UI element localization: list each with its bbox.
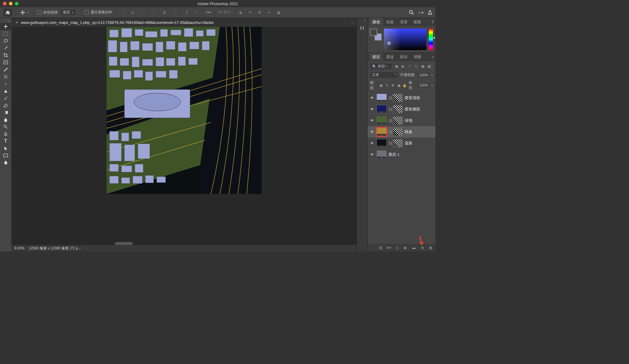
clone-stamp-tool[interactable]	[0, 87, 11, 95]
rectangular-marquee-tool[interactable]	[0, 30, 11, 37]
auto-select-target-dropdown[interactable]: 图层 ▾	[60, 9, 76, 16]
foreground-background-swatch[interactable]	[370, 29, 382, 41]
layer-name[interactable]: 绿地	[405, 118, 412, 123]
hue-slider-handle[interactable]: ◀	[433, 36, 435, 39]
tab-patterns[interactable]: 图案	[411, 18, 424, 26]
tab-swatches[interactable]: 色板	[383, 18, 397, 26]
workspace-button[interactable]: ▭▾	[418, 10, 423, 15]
blur-tool[interactable]	[0, 116, 11, 123]
visibility-toggle[interactable]: 👁	[369, 118, 375, 123]
lock-position-button[interactable]: ✥	[391, 83, 395, 88]
lock-paint-button[interactable]: ✎	[385, 83, 389, 88]
eyedropper-tool[interactable]	[0, 66, 11, 73]
layer-mask-thumbnail[interactable]	[393, 94, 403, 102]
hue-slider[interactable]	[429, 29, 433, 50]
link-mask-icon[interactable]: ⛓	[388, 141, 391, 146]
move-tool-indicator[interactable]: ▾	[19, 10, 30, 15]
hand-tool[interactable]	[0, 159, 11, 166]
layer-fx-button[interactable]: fx▾	[386, 245, 391, 250]
layer-row[interactable]: 👁 图层 1	[368, 149, 435, 160]
opacity-input[interactable]: 100%	[417, 73, 430, 78]
layer-name[interactable]: 道路	[405, 141, 412, 146]
align-top-button[interactable]: ⎺	[120, 9, 126, 16]
eraser-tool[interactable]	[0, 102, 11, 109]
lock-transparent-button[interactable]: ▩	[379, 83, 383, 88]
status-chevron-icon[interactable]: 〉	[85, 246, 89, 251]
layer-name[interactable]: 建筑顶面	[405, 95, 420, 101]
crop-tool[interactable]	[0, 52, 11, 59]
layer-thumbnail[interactable]	[377, 105, 387, 113]
rectangle-shape-tool[interactable]	[0, 152, 11, 159]
collapse-panels-button[interactable]: »	[432, 19, 434, 22]
magic-wand-tool[interactable]	[0, 44, 11, 52]
layer-row[interactable]: 👁 ⛓ 建筑侧面	[368, 104, 435, 115]
new-adjustment-button[interactable]: ◐	[403, 245, 408, 250]
maximize-window-button[interactable]	[15, 2, 18, 5]
layer-filter-dropdown[interactable]: 🔍 类型 ▾	[370, 63, 392, 70]
search-button[interactable]	[409, 10, 414, 15]
path-selection-tool[interactable]	[0, 145, 11, 152]
layer-name[interactable]: 图层 1	[388, 152, 400, 157]
dodge-tool[interactable]	[0, 123, 11, 130]
tab-gradients[interactable]: 渐变	[397, 18, 411, 26]
visibility-toggle[interactable]: 👁	[369, 141, 375, 145]
layer-row[interactable]: 👁 ⛓ 道路	[368, 138, 435, 149]
delete-layer-button[interactable]: 🗑	[428, 245, 433, 250]
new-layer-button[interactable]: ⊞	[420, 245, 425, 250]
layer-name[interactable]: 建筑侧面	[405, 107, 420, 112]
lock-artboard-button[interactable]: ▣	[397, 83, 401, 88]
layer-row[interactable]: 👁 ⛓ 绿地	[368, 115, 435, 126]
layer-name[interactable]: 线条	[405, 129, 412, 135]
zoom-icon[interactable]: ▣	[275, 9, 282, 16]
document-info[interactable]: 12000 像素 x 12000 像素 (72 p...	[29, 246, 81, 251]
layer-mask-thumbnail[interactable]	[393, 116, 403, 125]
visibility-toggle[interactable]: 👁	[369, 130, 375, 134]
filter-type-icon[interactable]: T	[407, 64, 412, 69]
tab-color[interactable]: 颜色	[369, 18, 383, 26]
document-tab-name[interactable]: www.guihuayun.com_maps_map_1.php_xy=113.…	[21, 20, 213, 25]
filter-shape-icon[interactable]: ▢	[414, 64, 419, 69]
fill-input[interactable]: 100%	[417, 83, 430, 88]
visibility-toggle[interactable]: 👁	[369, 152, 375, 157]
roll-icon[interactable]: ⟳	[247, 9, 253, 16]
gradient-tool[interactable]	[0, 109, 11, 116]
panel-menu-button[interactable]: ≡	[431, 55, 434, 59]
align-right-button[interactable]: ⎹	[171, 9, 177, 16]
zoom-level[interactable]: 8.83%	[14, 246, 24, 250]
minimize-window-button[interactable]	[9, 2, 13, 5]
layer-thumbnail[interactable]	[377, 116, 387, 125]
home-button[interactable]	[3, 8, 13, 17]
canvas[interactable]	[11, 27, 357, 245]
link-mask-icon[interactable]: ⛓	[388, 107, 391, 112]
more-options-button[interactable]: •••	[206, 10, 212, 15]
layer-mask-thumbnail[interactable]	[393, 105, 403, 113]
auto-select-checkbox[interactable]	[37, 10, 41, 15]
align-bottom-button[interactable]: ⎽	[139, 9, 145, 16]
tab-adjustments[interactable]: 调整	[411, 53, 424, 61]
chevron-down-icon[interactable]: ▾	[431, 84, 433, 87]
distribute-h-button[interactable]: ┇	[184, 9, 190, 16]
layer-thumbnail[interactable]	[377, 94, 387, 102]
layer-thumbnail[interactable]	[377, 139, 387, 147]
lock-all-button[interactable]: 🔒	[403, 83, 407, 88]
layer-mask-thumbnail[interactable]	[393, 139, 403, 147]
collapse-panels-icon[interactable]: «	[351, 21, 352, 24]
new-group-button[interactable]: ▬	[411, 245, 416, 250]
collapsed-panel-dock[interactable]: ⫿⫿	[357, 18, 367, 252]
link-mask-icon[interactable]: ⛓	[388, 96, 391, 100]
orbit-icon[interactable]: ◉	[237, 9, 244, 16]
slide-icon[interactable]: ⇔	[266, 9, 272, 16]
link-layers-button[interactable]: ⛓	[378, 245, 383, 250]
align-hcenter-button[interactable]: ⊞	[161, 9, 168, 16]
filter-toggle[interactable]	[427, 64, 433, 69]
tab-paths[interactable]: 路径	[397, 53, 411, 61]
close-window-button[interactable]	[3, 2, 7, 5]
frame-tool[interactable]	[0, 59, 11, 66]
pan-icon[interactable]: ✥	[256, 9, 263, 16]
brush-tool[interactable]	[0, 80, 11, 87]
visibility-toggle[interactable]: 👁	[369, 96, 375, 100]
align-vcenter-button[interactable]: ⊟	[129, 9, 136, 16]
align-left-button[interactable]: ⎸	[152, 9, 158, 16]
filter-adjustment-icon[interactable]: ◐	[401, 64, 406, 69]
tab-channels[interactable]: 通道	[383, 53, 397, 61]
